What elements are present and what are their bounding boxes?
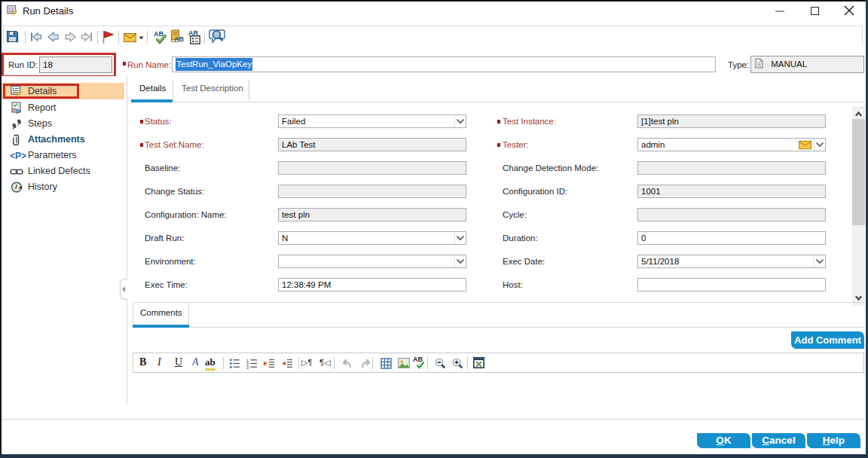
svg-text:3: 3 <box>246 365 249 369</box>
